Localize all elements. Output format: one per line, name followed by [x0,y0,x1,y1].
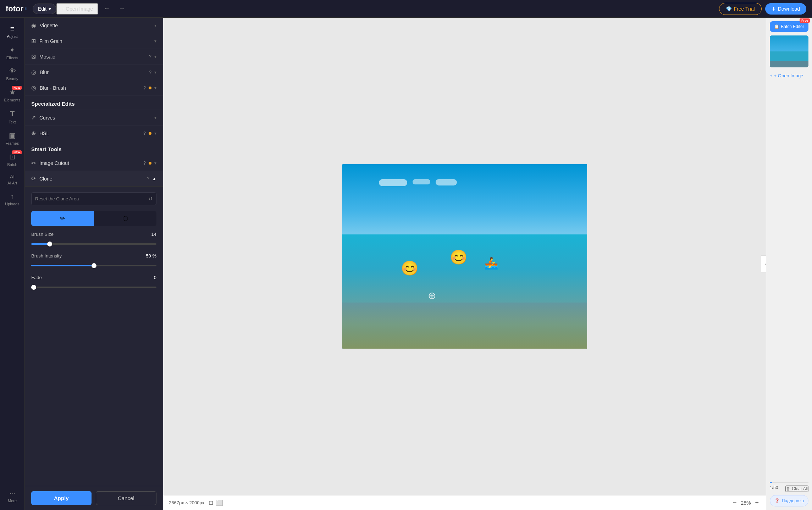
image-cutout-icon: ✂ [31,160,36,166]
sidebar-item-adjust[interactable]: ≡ Adjust [0,21,24,42]
brush-icon: ✏ [60,215,65,222]
clone-collapse-chevron: ▲ [152,176,156,181]
blur-chevron: ▾ [154,70,156,75]
zoom-in-button[interactable]: + [753,499,760,506]
clone-icon: ⟳ [31,175,36,182]
expand-icon[interactable]: ⊡ [209,499,213,506]
free-trial-button[interactable]: 💎 Free Trial [719,3,762,15]
fade-container: Fade 0 [31,275,156,289]
image-cutout-chevron: ▾ [154,161,156,166]
hsl-item[interactable]: ⊕ HSL ? ▾ [25,126,163,141]
edit-button[interactable]: Edit ▾ [33,4,56,14]
main-image: 😊 😊 ⊕ 🚣 [342,164,587,349]
image-cutout-help-icon: ? [143,161,146,166]
nav-back-button[interactable]: ← [101,4,113,14]
sidebar-item-label: Batch [7,162,17,167]
image-cutout-label: Image Cutout [39,160,143,166]
sidebar-item-batch[interactable]: NEW ⊡ Batch [0,149,24,170]
image-cutout-dot [149,162,151,165]
blur-brush-chevron: ▾ [154,85,156,90]
sidebar-item-elements[interactable]: NEW ★ Elements [0,84,24,106]
hsl-label: HSL [39,131,143,136]
topbar: fotor® Edit ▾ + Open Image ← → 💎 Free Tr… [0,0,812,18]
batch-editor-button[interactable]: Free 📋 Batch Editor [770,21,808,32]
brush-size-row: Brush Size 14 [31,232,156,237]
film-grain-item[interactable]: ⊞ Film Grain ▾ [25,33,163,49]
reset-icon: ↺ [149,196,153,201]
sidebar-item-beauty[interactable]: 👁 Beauty [0,63,24,84]
brush-size-label: Brush Size [31,232,54,237]
right-sidebar-bottom: 1/50 🗑 Clear All ❓ Поддержка [770,482,808,506]
blur-brush-icon: ◎ [31,84,36,91]
sidebar-item-text[interactable]: T Text [0,106,24,128]
edit-label: Edit [38,6,46,12]
panel-collapse-button[interactable]: ‹ [761,255,766,272]
sidebar-item-frames[interactable]: ▣ Frames [0,128,24,149]
panel-scroll[interactable]: ◉ Vignette ▾ ⊞ Film Grain ▾ ⊠ Mosaic ? ▾… [25,18,163,486]
pagination-fill [770,482,772,483]
frames-icon: ▣ [9,131,16,140]
brush-size-slider[interactable] [31,243,156,245]
curves-item[interactable]: ↗ Curves ▾ [25,110,163,126]
crop-icon[interactable]: ⬜ [216,499,223,506]
eraser-tool-button[interactable]: ⬡ [94,211,157,226]
sidebar-item-label: Text [9,120,16,124]
apply-button[interactable]: Apply [31,491,92,505]
sidebar-item-label: Uploads [5,202,19,206]
cancel-button[interactable]: Cancel [96,491,157,505]
brush-intensity-slider[interactable] [31,265,156,266]
nav-forward-button[interactable]: → [116,4,128,14]
blur-item[interactable]: ◎ Blur ? ▾ [25,65,163,80]
canvas-bottom: 2667px × 2000px ⊡ ⬜ − 28% + [163,495,766,510]
image-cutout-item[interactable]: ✂ Image Cutout ? ▾ [25,155,163,171]
sidebar-item-uploads[interactable]: ↑ Uploads [0,189,24,210]
thumbnail[interactable] [770,35,808,67]
cloud [436,179,457,185]
plus-icon: + [770,73,773,78]
sidebar-item-label: Elements [4,98,21,102]
mosaic-icon: ⊠ [31,53,36,60]
mosaic-item[interactable]: ⊠ Mosaic ? ▾ [25,49,163,65]
blur-brush-item[interactable]: ◎ Blur - Brush ? ▾ [25,80,163,96]
fade-label: Fade [31,275,42,280]
sidebar-item-ai-art[interactable]: AI AI Art [0,170,24,189]
reset-clone-area-button[interactable]: Reset the Clone Area ↺ [31,192,156,205]
zoom-controls: − 28% + [731,499,760,506]
sidebar-item-effects[interactable]: ✦ Effects [0,42,24,63]
zoom-out-button[interactable]: − [731,499,738,506]
brush-tools: ✏ ⬡ [31,211,156,226]
brush-size-container: Brush Size 14 [31,232,156,246]
batch-editor-icon: 📋 [774,24,779,29]
film-grain-icon: ⊞ [31,38,36,44]
download-icon: ⬇ [772,6,776,12]
curves-chevron: ▾ [154,115,156,120]
clone-header[interactable]: ⟳ Clone ? ▲ [25,171,163,187]
brush-intensity-row: Brush Intensity 50 % [31,253,156,259]
eraser-icon: ⬡ [122,215,128,222]
open-image-right-button[interactable]: + + Open Image [770,71,808,81]
brush-tool-button[interactable]: ✏ [31,211,94,226]
edit-panel: ◉ Vignette ▾ ⊞ Film Grain ▾ ⊠ Mosaic ? ▾… [25,18,163,510]
right-sidebar: Free 📋 Batch Editor + + Open Image 1/50 [766,18,812,510]
beauty-icon: 👁 [9,67,16,75]
blur-brush-dot [149,87,151,89]
brush-intensity-label: Brush Intensity [31,253,62,259]
open-image-button[interactable]: + Open Image [56,3,98,15]
vignette-item[interactable]: ◉ Vignette ▾ [25,18,163,33]
canvas-area: ‹ 😊 😊 [163,18,766,510]
pagination-label: 1/50 [770,485,778,490]
support-button[interactable]: ❓ Поддержка [770,495,808,506]
pagination-bar [770,482,808,483]
adjust-icon: ≡ [10,25,15,33]
canvas-main: 😊 😊 ⊕ 🚣 [163,18,766,495]
clear-all-button[interactable]: 🗑 Clear All [785,486,808,492]
sidebar-item-more[interactable]: ··· More [0,486,24,506]
image-container: 😊 😊 ⊕ 🚣 [342,164,587,349]
fade-slider[interactable] [31,287,156,288]
download-button[interactable]: ⬇ Download [765,3,806,15]
text-icon: T [10,109,15,118]
ai-art-icon: AI [10,174,15,179]
brush-intensity-container: Brush Intensity 50 % [31,253,156,268]
new-badge: NEW [12,86,22,90]
logo: fotor® [6,4,27,13]
